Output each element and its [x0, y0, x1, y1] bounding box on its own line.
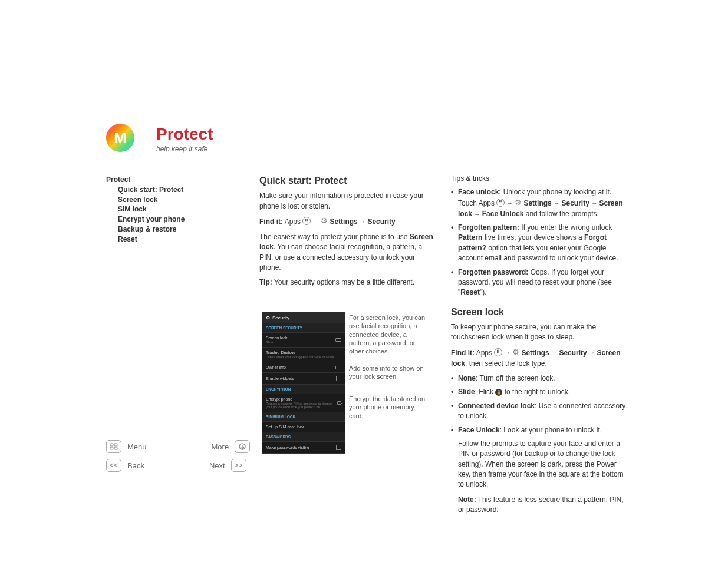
arrow-icon: → [313, 218, 319, 224]
sidebar-item-encrypt[interactable]: Encrypt your phone [118, 214, 185, 224]
arrow-icon: → [591, 200, 597, 206]
svg-rect-0 [110, 444, 113, 446]
gear-icon: ⚙ [515, 197, 522, 209]
connector-icon [337, 401, 341, 405]
callout-2: Add some info to show on your lock scree… [349, 364, 426, 381]
phone-row-widgets: Enable widgets [262, 373, 345, 385]
lock-icon: 🔒 [495, 389, 502, 396]
gear-icon: ⚙ [266, 315, 270, 320]
column-2: Tips & tricks Face unlock: Unlock your p… [451, 174, 628, 520]
arrow-icon: → [360, 218, 365, 224]
phone-row-sim: Set up SIM card lock [262, 422, 345, 432]
phone-row-passwords: Make passwords visible [262, 442, 345, 454]
svg-rect-2 [110, 447, 113, 449]
next-label[interactable]: Next [209, 461, 225, 470]
callout-1: For a screen lock, you can use facial re… [349, 313, 426, 355]
phone-row-screenlock: Screen lockSlide [262, 333, 345, 348]
findit-apps: Apps [285, 217, 301, 226]
phone-title: Security [272, 315, 289, 320]
page-title: Protect [156, 125, 213, 144]
next-icon[interactable]: >> [231, 459, 246, 472]
opt-faceunlock: Face Unlock: Look at your phone to unloc… [451, 425, 628, 515]
arrow-icon: → [554, 200, 559, 206]
arrow-icon: → [507, 200, 513, 206]
opt-connected: Connected device lock: Use a connected a… [451, 401, 628, 422]
phone-row-encrypt: Encrypt phoneRequire a numeric PIN or pa… [262, 394, 345, 412]
checkbox-icon [336, 376, 341, 381]
logo-m-icon: M [114, 129, 127, 147]
page-subtitle: help keep it safe [156, 145, 213, 153]
tip-face-unlock: Face unlock: Unlock your phone by lookin… [451, 187, 628, 219]
col2-findit: Find it: Apps ⠿ → ⚙ Settings → Security … [451, 348, 628, 369]
more-label[interactable]: More [212, 442, 229, 451]
apps-icon: ⠿ [302, 217, 311, 225]
col2-intro: To keep your phone secure, you can make … [451, 322, 628, 343]
back-icon[interactable]: << [106, 459, 121, 472]
lock-type-list: None: Turn off the screen lock. Slide: F… [451, 373, 628, 515]
tip-forgotten-password: Forgotten password: Oops. If you forget … [451, 267, 628, 298]
phone-screenshot: ⚙ Security SCREEN SECURITY Screen lockSl… [262, 312, 345, 454]
back-label[interactable]: Back [127, 461, 144, 470]
phone-section-passwords: PASSWORDS [262, 432, 345, 442]
tips-title: Tips & tricks [451, 174, 628, 184]
opt-faceunlock-note: Note: This feature is less secure than a… [458, 495, 628, 515]
opt-none: None: Turn off the screen lock. [451, 373, 628, 384]
col2-heading: Screen lock [451, 305, 628, 319]
col1-body: The easiest way to protect your phone is… [259, 232, 436, 273]
apps-icon: ⠿ [494, 348, 502, 356]
phone-section-sim: SIM/RUIM LOCK [262, 412, 345, 422]
arrow-icon: → [589, 349, 595, 356]
menu-label[interactable]: Menu [127, 442, 147, 451]
findit-label: Find it: [259, 217, 283, 226]
sidebar-item-reset[interactable]: Reset [118, 234, 185, 244]
sidebar-item-simlock[interactable]: SIM lock [118, 204, 185, 214]
vertical-divider [248, 174, 248, 480]
arrow-icon: → [505, 349, 510, 356]
col1-findit: Find it: Apps ⠿ → ⚙ Settings → Security [259, 216, 436, 227]
tips-list: Face unlock: Unlock your phone by lookin… [451, 187, 628, 297]
connector-icon [335, 338, 341, 342]
col1-intro: Make sure your information is protected … [259, 191, 436, 211]
callout-3: Encrypt the data stored on your phone or… [349, 395, 426, 420]
findit-security: Security [367, 217, 395, 226]
gear-icon: ⚙ [321, 216, 328, 227]
column-1: Quick start: Protect Make sure your info… [259, 174, 436, 293]
col1-heading: Quick start: Protect [259, 174, 436, 187]
phone-section-screen-security: SCREEN SECURITY [262, 323, 345, 333]
svg-rect-3 [114, 447, 117, 449]
apps-icon: ⠿ [496, 199, 505, 207]
sidebar-item-screenlock[interactable]: Screen lock [118, 195, 185, 205]
checkbox-icon [336, 445, 341, 450]
brand-logo: M [106, 124, 134, 152]
connector-icon [335, 366, 341, 369]
sidebar-nav: Protect Quick start: Protect Screen lock… [106, 175, 185, 244]
arrow-icon: → [551, 349, 557, 356]
phone-row-owner: Owner info [262, 362, 345, 373]
menu-icon[interactable] [106, 440, 121, 453]
sidebar-item-backup[interactable]: Backup & restore [118, 224, 185, 234]
opt-faceunlock-desc: Follow the prompts to capture your face … [458, 439, 628, 490]
arrow-icon: → [474, 210, 480, 217]
page-header: Protect help keep it safe [156, 125, 213, 153]
findit-settings: Settings [330, 217, 357, 226]
sidebar-item-quickstart[interactable]: Quick start: Protect [118, 185, 185, 195]
gear-icon: ⚙ [512, 347, 519, 358]
svg-rect-1 [114, 444, 117, 446]
phone-titlebar: ⚙ Security [262, 312, 345, 323]
phone-section-encryption: ENCRYPTION [262, 385, 345, 394]
opt-slide: Slide: Flick 🔒 to the right to unlock. [451, 387, 628, 397]
sidebar-main[interactable]: Protect [106, 175, 185, 185]
phone-row-trusted: Trusted DevicesUseful when your lock typ… [262, 348, 345, 362]
col1-tip: Tip: Your security options may be a litt… [259, 277, 436, 287]
nav-buttons: Menu More << Back Next >> [106, 440, 250, 478]
tip-forgotten-pattern: Forgotten pattern: If you enter the wron… [451, 223, 628, 264]
